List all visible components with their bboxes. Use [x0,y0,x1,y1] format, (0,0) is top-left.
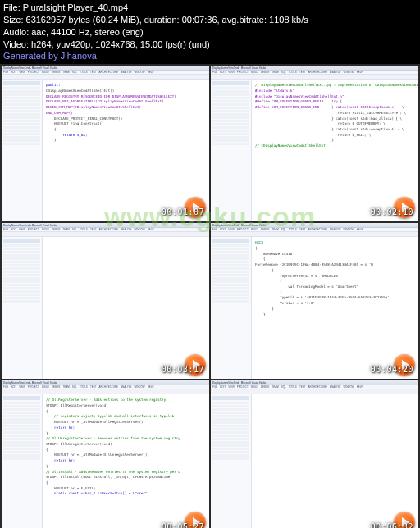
menu-item[interactable]: ANALYZE [121,228,131,231]
tree-item[interactable] [3,120,40,122]
code-editor[interactable]: // DllRegisterServer - Adds entries to t… [43,394,209,528]
tree-item[interactable] [3,264,40,266]
menu-item[interactable]: ARCHITECTURE [308,228,328,231]
tree-item[interactable] [212,280,249,283]
tree-item[interactable] [212,264,249,266]
menu-item[interactable]: WINDOW [135,71,145,74]
tree-item[interactable] [3,438,40,440]
tree-item[interactable] [212,408,249,411]
menu-item[interactable]: EDIT [11,71,16,74]
tree-item[interactable] [3,415,40,417]
menu-item[interactable]: SQL [72,71,77,74]
menu-item[interactable]: PROJECT [237,385,249,389]
menu-item[interactable]: ARCHITECTURE [308,71,328,74]
menu-item[interactable]: BUILD [251,228,258,231]
tree-item[interactable] [212,435,249,437]
thumbnail-tile[interactable]: DisplayNamesViewCmd - Microsoft Visual S… [211,66,418,221]
tree-item[interactable] [212,110,249,112]
menu-item[interactable]: EDIT [220,228,226,231]
menu-item[interactable]: BUILD [42,385,49,389]
menu-item[interactable]: TOOLS [80,228,88,231]
menu-item[interactable]: VIEW [228,71,235,74]
tree-item[interactable] [3,294,40,296]
menu-item[interactable]: SQL [281,228,286,231]
menu-item[interactable]: SQL [281,71,286,74]
tree-item[interactable] [3,405,40,407]
tree-item[interactable] [212,294,249,296]
tree-item[interactable] [212,113,249,116]
tree-item[interactable] [3,93,40,96]
tree-item[interactable] [3,87,40,89]
tree-item[interactable] [3,107,40,109]
tree-item[interactable] [3,284,40,286]
tree-item[interactable] [3,408,40,411]
menu-item[interactable]: EDIT [11,228,16,231]
menu-item[interactable]: FILE [3,228,8,231]
menu-item[interactable]: EDIT [11,385,16,389]
menu-item[interactable]: ANALYZE [330,228,340,231]
tree-item[interactable] [3,130,40,132]
tree-item[interactable] [212,300,249,303]
tree-item[interactable] [3,261,40,263]
menu-item[interactable]: DEBUG [52,385,61,389]
solution-explorer[interactable] [211,237,252,379]
tree-item[interactable] [212,444,249,447]
tree-item[interactable] [3,451,40,453]
tree-item[interactable] [3,412,40,414]
menu-item[interactable]: TEST [299,228,306,231]
menu-item[interactable]: HELP [148,71,154,74]
menu-item[interactable]: TEAM [62,71,69,74]
menu-item[interactable]: PROJECT [237,71,249,74]
thumbnail-tile[interactable]: DisplayNamesViewCmd - Microsoft Visual S… [211,380,418,528]
menu-item[interactable]: FILE [3,71,8,74]
tree-item[interactable] [212,425,249,427]
tree-item[interactable] [212,428,249,430]
tree-item[interactable] [3,274,40,276]
menu-item[interactable]: TEAM [272,228,278,231]
tree-item[interactable] [212,267,249,270]
menu-item[interactable]: TEAM [272,71,278,74]
menu-item[interactable]: ARCHITECTURE [99,228,119,231]
tree-item[interactable] [212,251,249,253]
menu-item[interactable]: SQL [281,385,286,389]
tree-item[interactable] [3,277,40,280]
menu-item[interactable]: FILE [3,385,8,389]
menu-item[interactable]: HELP [357,385,363,389]
menu-item[interactable]: TOOLS [289,228,297,231]
tree-item[interactable] [212,90,249,93]
menu-item[interactable]: WINDOW [135,385,145,389]
menu-item[interactable]: SQL [72,228,77,231]
code-editor[interactable]: HKCR{ NoRemove CLSID {ForceRemove {2C1E9… [252,237,418,379]
menu-item[interactable]: VIEW [228,385,235,389]
menu-item[interactable]: DEBUG [261,385,270,389]
menu-item[interactable]: BUILD [42,228,49,231]
tree-item[interactable] [3,431,40,434]
tree-item[interactable] [3,402,40,404]
menu-item[interactable]: ARCHITECTURE [308,385,328,389]
menu-item[interactable]: ARCHITECTURE [99,385,119,389]
menu-item[interactable]: WINDOW [135,228,145,231]
menu-item[interactable]: HELP [148,228,154,231]
tree-item[interactable] [3,454,40,457]
tree-item[interactable] [212,143,249,145]
tree-item[interactable] [212,287,249,289]
menu-item[interactable]: EDIT [220,71,226,74]
menu-item[interactable]: PROJECT [28,385,39,389]
code-editor[interactable] [252,394,418,528]
tree-item[interactable] [3,271,40,273]
menu-item[interactable]: BUILD [42,71,49,74]
tree-item[interactable] [3,139,40,142]
tree-item[interactable] [212,103,249,106]
tree-item[interactable] [3,110,40,112]
menu-item[interactable]: VIEW [19,228,25,231]
tree-item[interactable] [212,454,249,457]
menu-item[interactable]: FILE [212,71,217,74]
menu-item[interactable]: DEBUG [52,71,61,74]
tree-item[interactable] [212,438,249,440]
menu-item[interactable]: TEST [299,385,306,389]
tree-item[interactable] [3,143,40,145]
tree-item[interactable] [3,444,40,447]
tree-item[interactable] [3,97,40,99]
menu-item[interactable]: WINDOW [344,385,354,389]
tree-item[interactable] [3,136,40,139]
